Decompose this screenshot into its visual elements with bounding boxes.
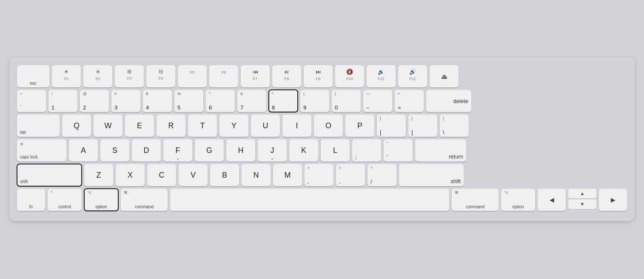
quote-key[interactable]: " ' [384, 139, 413, 161]
minus-key[interactable]: — – [363, 90, 392, 112]
close-brace-label: } [411, 117, 413, 121]
f11-label: F11 [378, 77, 385, 81]
command-left-key[interactable]: ⌘ command [121, 189, 168, 211]
semicolon-key[interactable]: : ; [352, 139, 381, 161]
p-key[interactable]: P [345, 115, 374, 137]
option-right-key[interactable]: ⌥ option [501, 189, 535, 211]
f12-key[interactable]: 🔊 F12 [398, 65, 427, 87]
f2-label: F2 [96, 77, 100, 81]
5-key[interactable]: % 5 [174, 90, 203, 112]
right-arrow-key[interactable]: ▶ [599, 189, 627, 211]
v-key[interactable]: V [179, 164, 208, 186]
shift-left-label: shift [20, 179, 28, 184]
f10-key[interactable]: 🔇 F10 [335, 65, 364, 87]
equals-label: = [398, 105, 401, 110]
0-label: 0 [335, 105, 338, 110]
eject-key[interactable]: ⏏ [430, 65, 459, 87]
f6-key[interactable]: F6 [209, 65, 238, 87]
i-key[interactable]: I [282, 115, 311, 137]
period-key[interactable]: > . [336, 164, 365, 186]
f1-icon: ☀ [64, 69, 69, 75]
f9-key[interactable]: ⏭ F9 [304, 65, 333, 87]
t-key[interactable]: T [188, 115, 217, 137]
8-key[interactable]: * 8 [269, 90, 298, 112]
slash-key[interactable]: ? / [368, 164, 396, 186]
f9-icon: ⏭ [316, 69, 321, 75]
f5-key[interactable]: F5 [178, 65, 207, 87]
singlequote-label: ' [387, 154, 388, 160]
option-right-icon: ⌥ [504, 191, 508, 195]
close-bracket-key[interactable]: } ] [408, 115, 437, 137]
return-key[interactable]: return [415, 139, 466, 161]
f1-key[interactable]: ☀ F1 [52, 65, 81, 87]
tab-key[interactable]: tab [17, 115, 60, 137]
f11-key[interactable]: 🔉 F11 [367, 65, 396, 87]
f4-key[interactable]: ⊟ F4 [146, 65, 175, 87]
z-key[interactable]: Z [84, 164, 113, 186]
esc-key[interactable]: esc [17, 65, 49, 87]
spacebar-key[interactable] [170, 189, 449, 211]
backslash-label: \ [443, 129, 445, 135]
delete-key[interactable]: delete [426, 90, 471, 112]
g-key[interactable]: G [195, 139, 224, 161]
down-arrow-key[interactable]: ▼ [568, 199, 596, 209]
y-key[interactable]: Y [219, 115, 248, 137]
comma-key[interactable]: < , [305, 164, 333, 186]
u-key[interactable]: U [251, 115, 280, 137]
k-key[interactable]: K [289, 139, 318, 161]
backtick-key[interactable]: ~ ` [17, 90, 46, 112]
6-key[interactable]: ^ 6 [206, 90, 235, 112]
9-key[interactable]: ( 9 [300, 90, 329, 112]
f3-key[interactable]: ⊞ F3 [115, 65, 144, 87]
left-arrow-key[interactable]: ◀ [538, 189, 566, 211]
fn-key[interactable]: fn [17, 189, 45, 211]
x-key[interactable]: X [116, 164, 145, 186]
e-key[interactable]: E [125, 115, 154, 137]
l-key[interactable]: L [321, 139, 350, 161]
command-left-icon: ⌘ [124, 191, 128, 195]
o-key[interactable]: O [314, 115, 343, 137]
a-key[interactable]: A [69, 139, 98, 161]
3-label: 3 [114, 105, 117, 110]
option-right-label: option [504, 204, 532, 209]
backslash-key[interactable]: | \ [440, 115, 469, 137]
shift-right-key[interactable]: shift [399, 164, 464, 186]
1-key[interactable]: ! 1 [48, 90, 77, 112]
emdash-label: — [366, 92, 370, 96]
c-key[interactable]: C [147, 164, 176, 186]
open-bracket-key[interactable]: { [ [377, 115, 406, 137]
w-key[interactable]: W [94, 115, 123, 137]
caps-lock-key[interactable]: caps lock [17, 139, 66, 161]
option-left-key[interactable]: ⌥ option [84, 189, 118, 211]
2-key[interactable]: @ 2 [80, 90, 109, 112]
backtick-label: ` [20, 105, 22, 110]
n-key[interactable]: N [242, 164, 271, 186]
f10-label: F10 [346, 77, 353, 81]
up-arrow-key[interactable]: ▲ [568, 189, 596, 198]
command-right-key[interactable]: ⌘ command [452, 189, 499, 211]
s-key[interactable]: S [100, 139, 129, 161]
shift-row: shift Z X C V B N M < , > . ? / shift [17, 164, 627, 186]
modifier-row: fn ^ control ⌥ option ⌘ command ⌘ comman… [17, 189, 627, 211]
4-label: 4 [146, 105, 149, 110]
f-key[interactable]: F [163, 139, 192, 161]
d-key[interactable]: D [132, 139, 161, 161]
control-key[interactable]: ^ control [48, 189, 82, 211]
3-key[interactable]: # 3 [111, 90, 140, 112]
f2-key[interactable]: ✳ F2 [83, 65, 112, 87]
home-row: caps lock A S D F G H J K L : ; " ' retu… [17, 139, 627, 161]
shift-left-key[interactable]: shift [17, 164, 82, 186]
4-key[interactable]: $ 4 [143, 90, 172, 112]
b-key[interactable]: B [210, 164, 239, 186]
f7-key[interactable]: ⏮ F7 [241, 65, 270, 87]
r-key[interactable]: R [157, 115, 185, 137]
q-key[interactable]: Q [62, 115, 91, 137]
h-key[interactable]: H [226, 139, 255, 161]
f12-icon: 🔊 [409, 69, 416, 75]
equals-key[interactable]: + = [395, 90, 424, 112]
7-key[interactable]: & 7 [237, 90, 266, 112]
0-key[interactable]: ) 0 [332, 90, 361, 112]
j-key[interactable]: J [258, 139, 287, 161]
m-key[interactable]: M [273, 164, 302, 186]
f8-key[interactable]: ⏯ F8 [272, 65, 301, 87]
